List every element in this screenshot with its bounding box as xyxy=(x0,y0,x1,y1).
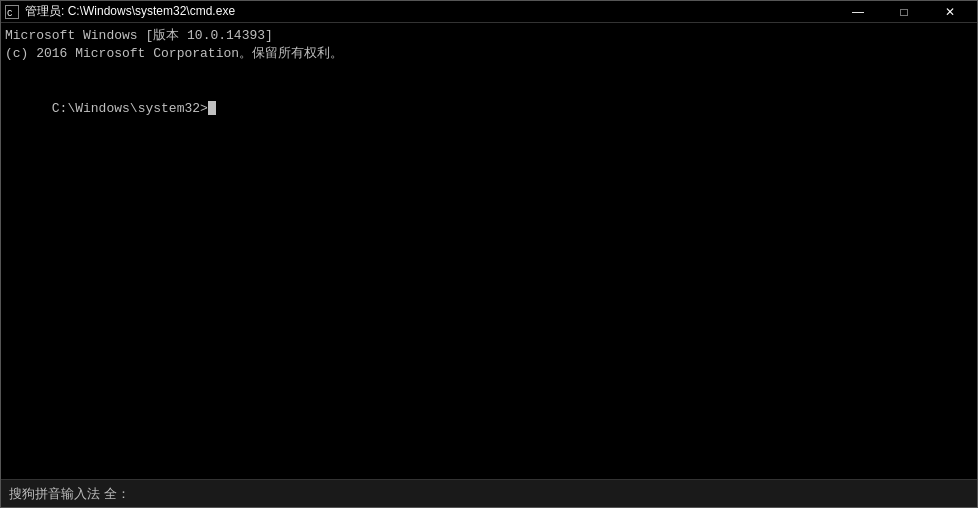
cmd-icon: C xyxy=(5,5,19,19)
console-prompt: C:\Windows\system32> xyxy=(52,101,208,116)
minimize-button[interactable]: — xyxy=(835,1,881,23)
cmd-window: C 管理员: C:\Windows\system32\cmd.exe — □ ✕… xyxy=(0,0,978,508)
maximize-button[interactable]: □ xyxy=(881,1,927,23)
console-prompt-line: C:\Windows\system32> xyxy=(5,82,973,137)
ime-text: 搜狗拼音输入法 全： xyxy=(9,485,130,503)
console-line-1: Microsoft Windows [版本 10.0.14393] xyxy=(5,27,973,45)
cursor xyxy=(208,101,216,115)
svg-text:C: C xyxy=(7,9,13,18)
close-button[interactable]: ✕ xyxy=(927,1,973,23)
console-line-2: (c) 2016 Microsoft Corporation。保留所有权利。 xyxy=(5,45,973,63)
title-bar-controls: — □ ✕ xyxy=(835,1,973,23)
title-bar-title: 管理员: C:\Windows\system32\cmd.exe xyxy=(25,3,235,20)
title-bar: C 管理员: C:\Windows\system32\cmd.exe — □ ✕ xyxy=(1,1,977,23)
title-bar-left: C 管理员: C:\Windows\system32\cmd.exe xyxy=(5,3,235,20)
console-line-3 xyxy=(5,63,973,81)
console-area[interactable]: Microsoft Windows [版本 10.0.14393] (c) 20… xyxy=(1,23,977,479)
bottom-bar: 搜狗拼音输入法 全： xyxy=(1,479,977,507)
